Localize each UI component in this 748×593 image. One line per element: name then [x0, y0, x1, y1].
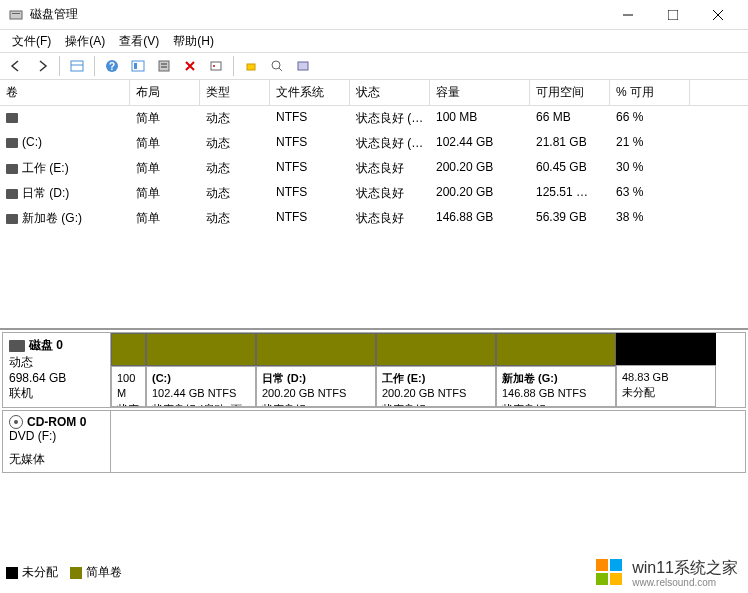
col-volume[interactable]: 卷: [0, 80, 130, 105]
svg-rect-17: [247, 64, 255, 70]
maximize-button[interactable]: [650, 0, 695, 30]
menu-view[interactable]: 查看(V): [113, 31, 165, 52]
svg-rect-12: [159, 61, 169, 71]
close-button[interactable]: [695, 0, 740, 30]
titlebar: 磁盘管理: [0, 0, 748, 30]
partition-strip: [376, 333, 496, 366]
svg-rect-20: [298, 62, 308, 70]
watermark-title: win11系统之家: [632, 558, 738, 577]
col-capacity[interactable]: 容量: [430, 80, 530, 105]
volume-icon: [6, 164, 18, 174]
disk-0-size: 698.64 GB: [9, 371, 104, 385]
disk-0-label[interactable]: 磁盘 0 动态 698.64 GB 联机: [3, 333, 111, 407]
table-row[interactable]: 简单 动态 NTFS 状态良好 (… 100 MB 66 MB 66 %: [0, 106, 748, 131]
col-percent[interactable]: % 可用: [610, 80, 690, 105]
svg-rect-3: [668, 10, 678, 20]
toolbar: ?: [0, 52, 748, 80]
svg-rect-11: [134, 63, 137, 69]
menu-file[interactable]: 文件(F): [6, 31, 57, 52]
partition-strip: [496, 333, 616, 366]
svg-rect-0: [10, 11, 22, 19]
new-volume-button[interactable]: [239, 54, 263, 78]
partition[interactable]: 48.83 GB 未分配: [616, 365, 716, 407]
svg-rect-15: [211, 62, 221, 70]
legend: 未分配 简单卷: [6, 564, 122, 581]
table-row[interactable]: 日常 (D:) 简单 动态 NTFS 状态良好 200.20 GB 125.51…: [0, 181, 748, 206]
cdrom-type: DVD (F:): [9, 429, 104, 443]
volume-icon: [6, 138, 18, 148]
app-icon: [8, 7, 24, 23]
col-layout[interactable]: 布局: [130, 80, 200, 105]
volume-icon: [6, 214, 18, 224]
delete-button[interactable]: [178, 54, 202, 78]
partition-strip: [616, 333, 716, 365]
col-free[interactable]: 可用空间: [530, 80, 610, 105]
cdrom-title: CD-ROM 0: [27, 415, 86, 429]
partition[interactable]: 100 M 状态良好: [111, 366, 146, 407]
volume-table: 卷 布局 类型 文件系统 状态 容量 可用空间 % 可用 简单 动态 NTFS …: [0, 80, 748, 328]
settings-button[interactable]: [152, 54, 176, 78]
menu-action[interactable]: 操作(A): [59, 31, 111, 52]
partition[interactable]: 新加卷 (G:) 146.88 GB NTFS 状态良好: [496, 366, 616, 407]
list-view-button[interactable]: [291, 54, 315, 78]
back-button[interactable]: [4, 54, 28, 78]
disk-graphical-panel: 磁盘 0 动态 698.64 GB 联机 100 M 状态良好 (C:) 102…: [0, 328, 748, 473]
properties-button[interactable]: [204, 54, 228, 78]
watermark-url: www.relsound.com: [632, 577, 738, 589]
menubar: 文件(F) 操作(A) 查看(V) 帮助(H): [0, 30, 748, 52]
partition-strip: [146, 333, 256, 366]
forward-button[interactable]: [30, 54, 54, 78]
view-table-button[interactable]: [65, 54, 89, 78]
volume-icon: [6, 113, 18, 123]
window-title: 磁盘管理: [30, 6, 605, 23]
watermark: win11系统之家 www.relsound.com: [596, 558, 738, 589]
col-filesystem[interactable]: 文件系统: [270, 80, 350, 105]
partition-strip: [256, 333, 376, 366]
svg-rect-1: [12, 13, 20, 14]
search-button[interactable]: [265, 54, 289, 78]
disk-0-type: 动态: [9, 354, 104, 371]
cd-icon: [9, 415, 23, 429]
partition[interactable]: 日常 (D:) 200.20 GB NTFS 状态良好: [256, 366, 376, 407]
view-graphical-button[interactable]: [126, 54, 150, 78]
legend-simple: 简单卷: [70, 564, 122, 581]
window-controls: [605, 0, 740, 30]
svg-point-16: [213, 65, 215, 67]
col-status[interactable]: 状态: [350, 80, 430, 105]
disk-0-status: 联机: [9, 385, 104, 402]
disk-0-title: 磁盘 0: [29, 337, 63, 354]
menu-help[interactable]: 帮助(H): [167, 31, 220, 52]
table-row[interactable]: (C:) 简单 动态 NTFS 状态良好 (… 102.44 GB 21.81 …: [0, 131, 748, 156]
svg-text:?: ?: [109, 61, 115, 72]
svg-line-19: [279, 68, 282, 71]
watermark-logo: [596, 559, 624, 587]
disk-icon: [9, 340, 25, 352]
cdrom-status: 无媒体: [9, 451, 104, 468]
svg-rect-6: [71, 61, 83, 71]
table-row[interactable]: 工作 (E:) 简单 动态 NTFS 状态良好 200.20 GB 60.45 …: [0, 156, 748, 181]
table-row[interactable]: 新加卷 (G:) 简单 动态 NTFS 状态良好 146.88 GB 56.39…: [0, 206, 748, 231]
disk-0-row: 磁盘 0 动态 698.64 GB 联机 100 M 状态良好 (C:) 102…: [2, 332, 746, 408]
svg-point-18: [272, 61, 280, 69]
cdrom-label[interactable]: CD-ROM 0 DVD (F:) 无媒体: [3, 411, 111, 472]
cdrom-row: CD-ROM 0 DVD (F:) 无媒体: [2, 410, 746, 473]
col-type[interactable]: 类型: [200, 80, 270, 105]
help-button[interactable]: ?: [100, 54, 124, 78]
table-header: 卷 布局 类型 文件系统 状态 容量 可用空间 % 可用: [0, 80, 748, 106]
volume-icon: [6, 189, 18, 199]
legend-unallocated: 未分配: [6, 564, 58, 581]
partition[interactable]: (C:) 102.44 GB NTFS 状态良好 (启动, 页: [146, 366, 256, 407]
minimize-button[interactable]: [605, 0, 650, 30]
partition-strip: [111, 333, 146, 366]
svg-rect-10: [132, 61, 144, 71]
partition[interactable]: 工作 (E:) 200.20 GB NTFS 状态良好: [376, 366, 496, 407]
